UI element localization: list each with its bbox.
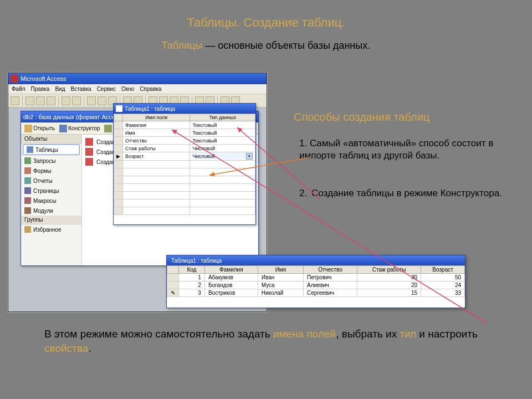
design-row[interactable]: Стаж работыЧисловой [114,145,255,152]
forms-icon [24,167,31,174]
toolbar-icon[interactable] [36,96,45,105]
col-vo[interactable]: Возраст [421,266,465,274]
col-im[interactable]: Имя [258,266,303,274]
bottom-paragraph: В этом режиме можно самостоятельно задат… [44,327,499,355]
menu-edit[interactable]: Правка [31,86,50,92]
method-1-text: 1. Самый «автоматичный» способ состоит в… [299,137,521,162]
slide-title: Таблицы. Создание таблиц. [0,16,532,30]
subtitle-text: — основные объекты базы данных. [202,40,370,51]
favorites-icon [24,226,31,233]
nav-queries[interactable]: Запросы [21,156,81,166]
col-fam[interactable]: Фамилия [204,266,258,274]
app-title: Microsoft Access [21,75,66,82]
create-icon [104,125,112,132]
data-row[interactable]: ✎3ВостриковНиколайСергеевич1533 [167,289,465,297]
toolbar-icon[interactable] [87,96,96,105]
app-menu-bar: Файл Правка Вид Вставка Сервис Окно Спра… [8,84,267,94]
menu-window[interactable]: Окно [121,86,134,92]
menu-file[interactable]: Файл [12,86,25,92]
nav-pages[interactable]: Страницы [21,186,81,196]
data-row[interactable]: 2БогандовМусаАлиевич2024 [167,282,465,289]
toolbar-sep [22,96,23,106]
menu-help[interactable]: Справка [140,86,161,92]
toolbar-sep [84,96,84,106]
col-datatype[interactable]: Тип данных [190,114,255,121]
menu-tools[interactable]: Сервис [97,86,116,92]
menu-insert[interactable]: Вставка [70,86,91,92]
menu-view[interactable]: Вид [55,86,65,92]
db-open-button[interactable]: Открыть [24,125,55,132]
nav-head-objects: Объекты [21,135,81,144]
access-icon [11,75,18,83]
hl-type: тип [400,328,416,340]
col-id[interactable]: Код [179,266,205,274]
toolbar-icon[interactable] [47,96,55,105]
macros-icon [24,197,31,204]
nav-modules[interactable]: Модули [21,206,81,216]
design-icon [59,125,67,132]
nav-tables[interactable]: Таблицы [23,144,80,155]
table-design-window: Таблица1 : таблица Имя поля Тип данных Ф… [113,103,256,225]
queries-icon [24,157,31,164]
subtitle-highlight: Таблицы [162,40,203,51]
data-row[interactable]: 1АбакумовИванПетрович3050 [167,274,465,282]
design-title: Таблица1 : таблица [125,106,175,112]
nav-pane: Объекты Таблицы Запросы Формы Отчеты Стр… [21,135,82,265]
design-row[interactable] [114,168,255,176]
hl-properties: свойства [44,342,88,354]
nav-head-groups: Группы [21,216,81,224]
datasheet-title: Таблица1 : таблица [171,258,222,264]
design-row[interactable] [114,176,255,184]
datasheet-title-bar[interactable]: Таблица1 : таблица [167,255,465,265]
open-icon [24,125,32,132]
nav-reports[interactable]: Отчеты [21,176,81,186]
table-icon [116,105,122,112]
method-2-text: 2. Создание таблицы в режиме Конструктор… [311,187,511,200]
app-title-bar[interactable]: Microsoft Access [8,73,267,84]
nav-forms[interactable]: Формы [21,166,81,176]
methods-heading: Способы создания таблиц [294,111,429,124]
wizard-icon [85,148,93,156]
method-2-number: 2. [299,187,307,200]
toolbar-icon[interactable] [25,96,34,105]
nav-macros[interactable]: Макросы [21,196,81,206]
design-row[interactable]: ИмяТекстовый [114,129,255,137]
slide-subtitle: Таблицы — основные объекты базы данных. [0,40,532,52]
col-fieldname[interactable]: Имя поля [123,114,190,121]
design-title-bar[interactable]: Таблица1 : таблица [114,104,255,114]
design-row[interactable] [114,192,255,200]
toolbar-icon[interactable] [72,96,81,105]
col-st[interactable]: Стаж работы [357,266,421,274]
reports-icon [24,177,31,184]
wizard-icon [85,138,93,146]
col-ot[interactable]: Отчество [304,266,357,274]
modules-icon [24,207,31,214]
db-design-button[interactable]: Конструктор [59,125,100,132]
wizard-icon [85,158,93,166]
nav-favorites[interactable]: Избранное [21,224,81,234]
design-row[interactable] [114,161,255,168]
chevron-down-icon[interactable]: ▾ [246,153,253,160]
design-row[interactable] [114,200,255,207]
design-grid[interactable]: Имя поля Тип данных ФамилияТекстовый Имя… [114,114,255,215]
table-datasheet-window: Таблица1 : таблица Код Фамилия Имя Отчес… [166,255,466,308]
design-row[interactable] [114,207,255,215]
toolbar-icon[interactable] [62,96,70,105]
toolbar-icon[interactable] [98,96,106,105]
toolbar-icon[interactable] [11,96,19,105]
tables-icon [27,146,33,153]
datatype-dropdown[interactable]: Числовой▾ [192,153,253,160]
hl-fieldnames: имена полей [273,328,336,340]
design-row[interactable] [114,184,255,192]
design-row[interactable]: ▶Возраст Числовой▾ [114,152,255,161]
design-row[interactable]: ФамилияТекстовый [114,121,255,129]
pages-icon [24,187,31,194]
toolbar-sep [58,96,59,106]
design-row[interactable]: ОтчествоТекстовый [114,137,255,145]
row-selector-header [114,114,123,121]
datasheet-grid[interactable]: Код Фамилия Имя Отчество Стаж работы Воз… [167,265,465,297]
